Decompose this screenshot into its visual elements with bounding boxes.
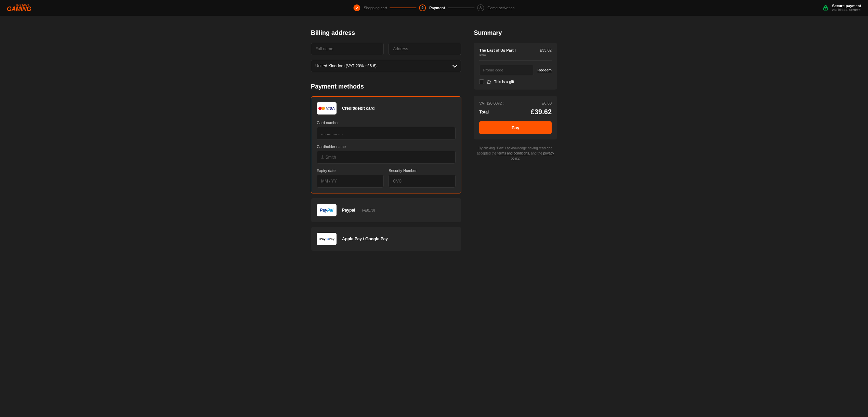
summary-items-box: The Last of Us Part I Steam £33.02 Redee… — [474, 43, 557, 90]
applepay-logo-icon: Pay GPay — [317, 233, 337, 245]
cvc-input[interactable] — [389, 175, 456, 188]
summary-item: The Last of Us Part I Steam £33.02 — [479, 48, 552, 61]
step-payment: 2 Payment — [419, 4, 445, 11]
header: INSTANT GAMING Shopping cart 2 Payment 3… — [0, 0, 868, 16]
item-price: £33.02 — [540, 48, 552, 52]
disclaimer-suffix: . — [519, 157, 520, 160]
payment-methods-title: Payment methods — [311, 83, 461, 90]
paypal-fee: (+£0.70) — [362, 209, 375, 212]
address-input[interactable] — [389, 43, 461, 55]
vat-label: VAT (20.00%) : — [479, 101, 504, 105]
secure-badge: Secure payment 256-bit SSL Secured — [823, 4, 861, 12]
step-active-circle: 2 — [419, 4, 426, 11]
payment-method-paypal[interactable]: PayPal Paypal (+£0.70) — [311, 198, 461, 222]
vat-value: £6.60 — [542, 101, 552, 105]
gift-icon — [487, 80, 491, 84]
expiry-input[interactable] — [317, 175, 384, 188]
expiry-label: Expiry date — [317, 169, 384, 173]
paypal-method-name: Paypal — [342, 208, 355, 213]
pay-button[interactable]: Pay — [479, 121, 552, 134]
step-game-activation: 3 Game activation — [477, 4, 514, 11]
secure-subtitle: 256-bit SSL Secured — [832, 8, 861, 12]
gift-checkbox[interactable] — [479, 79, 484, 84]
item-name: The Last of Us Part I — [479, 48, 515, 52]
billing-title: Billing address — [311, 29, 461, 37]
step2-label: Payment — [429, 6, 445, 10]
cardholder-input[interactable] — [317, 151, 456, 164]
secure-title: Secure payment — [832, 4, 861, 8]
item-platform: Steam — [479, 53, 515, 56]
total-value: £39.62 — [531, 108, 552, 116]
gift-label: This is a gift — [494, 80, 514, 84]
svg-point-1 — [825, 9, 826, 9]
card-number-label: Card number — [317, 121, 456, 125]
step3-label: Game activation — [487, 6, 514, 10]
card-method-header[interactable]: VISA Credit/debit card — [317, 102, 456, 115]
full-name-input[interactable] — [311, 43, 384, 55]
paypal-logo-icon: PayPal — [317, 204, 337, 216]
step-done-circle — [353, 4, 360, 11]
step1-label: Shopping cart — [364, 6, 387, 10]
card-logo-icon: VISA — [317, 102, 337, 115]
paypal-method-header[interactable]: PayPal Paypal (+£0.70) — [317, 204, 456, 216]
summary-title: Summary — [474, 29, 557, 37]
step-pending-circle: 3 — [477, 4, 484, 11]
terms-link[interactable]: terms and conditions — [497, 151, 529, 155]
summary-total-box: VAT (20.00%) : £6.60 Total £39.62 Pay — [474, 96, 557, 139]
checkout-stepper: Shopping cart 2 Payment 3 Game activatio… — [353, 4, 514, 11]
applepay-method-header[interactable]: Pay GPay Apple Pay / Google Pay — [317, 233, 456, 245]
country-select[interactable]: United Kingdom (VAT 20% +£6.6) — [311, 60, 461, 72]
step-line-2 — [448, 8, 474, 8]
total-label: Total — [479, 110, 489, 115]
promo-code-input[interactable] — [479, 65, 534, 75]
step-shopping-cart[interactable]: Shopping cart — [353, 4, 387, 11]
payment-method-card[interactable]: VISA Credit/debit card Card number Cardh… — [311, 96, 461, 193]
card-number-input[interactable] — [317, 127, 456, 140]
disclaimer-text: By clicking "Pay" I acknowledge having r… — [474, 146, 557, 161]
payment-method-applepay[interactable]: Pay GPay Apple Pay / Google Pay — [311, 227, 461, 251]
logo-main-text: GAMING — [7, 5, 31, 12]
lock-icon — [823, 5, 829, 11]
brand-logo[interactable]: INSTANT GAMING — [7, 4, 31, 12]
disclaimer-mid: , and the — [529, 151, 543, 155]
check-icon — [355, 6, 358, 10]
cardholder-label: Cardholder name — [317, 145, 456, 149]
applepay-method-name: Apple Pay / Google Pay — [342, 237, 388, 241]
card-method-name: Credit/debit card — [342, 106, 374, 111]
redeem-button[interactable]: Redeem — [537, 68, 552, 72]
step-line-1 — [390, 8, 416, 8]
cvc-label: Security Number — [389, 169, 456, 173]
